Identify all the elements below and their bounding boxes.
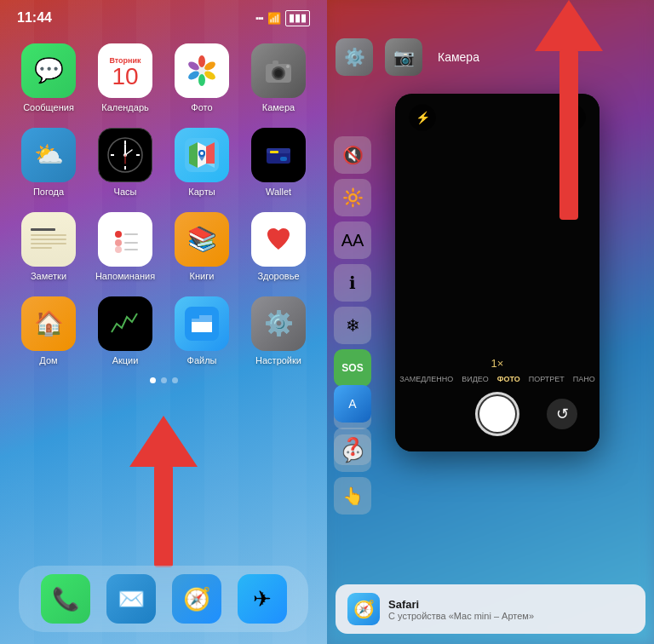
svg-point-12 (286, 65, 290, 68)
svg-point-33 (115, 239, 122, 246)
camera-bottom-controls: 1× ЗАМЕДЛЕННО ВИДЕО ФОТО ПОРТРЕТ ПАНО ↺ (395, 348, 600, 451)
camera-label: Камера (262, 102, 295, 112)
flash-btn[interactable]: ⚡ (409, 104, 436, 131)
dock-mail[interactable]: ✉️ (106, 574, 156, 624)
dock-telegram[interactable]: ✈ (238, 574, 287, 624)
dock-phone[interactable]: 📞 (41, 574, 90, 624)
status-icons: ▪▪▪ 📶 ▮▮▮ (255, 10, 310, 26)
arrow-head-left (129, 416, 198, 467)
app-books[interactable]: 📚 Книги (167, 212, 237, 281)
wallet-icon (251, 128, 306, 182)
app-home[interactable]: 🏠 Дом (14, 296, 83, 365)
svg-rect-38 (108, 307, 142, 341)
appstore-icon: A (334, 385, 371, 423)
right-panel: ⚙️ 📷 Камера 🔇 🔆 AA ℹ ❄ SOS ☀ 💬 👆 ⚡ (327, 0, 654, 644)
files-label: Файлы (187, 355, 217, 365)
app-settings[interactable]: ⚙️ Настройки (244, 296, 313, 365)
mode-photo[interactable]: ФОТО (497, 375, 520, 383)
home-icon: 🏠 (21, 296, 76, 351)
app-reminders[interactable]: Напоминания (90, 212, 160, 281)
maps-label: Карты (188, 187, 215, 197)
app-notes[interactable]: Заметки (14, 212, 83, 281)
mode-portrait[interactable]: ПОРТРЕТ (529, 375, 565, 383)
svg-point-1 (198, 55, 205, 67)
health-icon (251, 212, 306, 267)
reminders-icon (98, 212, 152, 267)
photos-icon (175, 43, 229, 98)
app-health[interactable]: Здоровье (244, 212, 313, 281)
status-time: 11:44 (17, 10, 52, 26)
shutter-inner (479, 396, 515, 432)
svg-point-35 (115, 246, 122, 253)
camera-zoom-label: 1× (404, 357, 591, 370)
app-stocks[interactable]: Акции (90, 296, 160, 365)
svg-rect-11 (272, 60, 278, 65)
shutter-button[interactable] (475, 392, 519, 436)
app-camera[interactable]: Камера (244, 43, 313, 112)
clock-icon (98, 128, 152, 182)
app-calendar[interactable]: Вторник 10 Календарь (90, 43, 160, 112)
health-label: Здоровье (257, 271, 299, 281)
messages-icon: 💬 (21, 43, 76, 98)
dock: 📞 ✉️ 🧭 ✈ (19, 566, 308, 632)
arrow-body-left (154, 465, 173, 567)
arrow-up-left (129, 416, 198, 567)
photos-label: Фото (191, 102, 212, 112)
dock-safari[interactable]: 🧭 (172, 574, 221, 624)
camera-icon (251, 43, 306, 98)
messages-label: Сообщения (23, 102, 74, 112)
books-icon: 📚 (175, 212, 229, 267)
app-weather[interactable]: ⛅ Погода (14, 128, 83, 197)
svg-point-24 (200, 152, 204, 155)
settings-label: Настройки (255, 355, 301, 365)
notif-text: Safari С устройства «Mac mini – Артем» (388, 598, 534, 621)
calendar-number: 10 (112, 65, 138, 89)
stocks-icon (98, 296, 152, 351)
camera-top-icon[interactable]: 📷 (385, 38, 422, 76)
settings-top-icon[interactable]: ⚙️ (336, 38, 373, 76)
mode-pano[interactable]: ПАНО (573, 375, 595, 383)
app-files[interactable]: Файлы (167, 296, 237, 365)
app-grid: 💬 Сообщения Вторник 10 Календарь (0, 30, 327, 365)
status-bar: 11:44 ▪▪▪ 📶 ▮▮▮ (0, 0, 327, 30)
mode-slow[interactable]: ЗАМЕДЛЕННО (399, 375, 453, 383)
notif-subtitle: С устройства «Mac mini – Артем» (388, 611, 534, 621)
arrow-up-right (535, 0, 603, 220)
svg-point-10 (275, 70, 282, 77)
strip-icon-3: AA (334, 221, 371, 259)
flip-camera-button[interactable]: ↺ (547, 399, 577, 429)
left-panel: 11:44 ▪▪▪ 📶 ▮▮▮ 💬 Сообщения Вторник 10 К… (0, 0, 327, 644)
home-label: Дом (39, 355, 57, 365)
info-icon-bottom: ❓ (334, 428, 371, 465)
arrow-body-right (559, 49, 578, 220)
dot-3 (172, 377, 178, 383)
settings-icon: ⚙️ (251, 296, 306, 351)
safari-notification[interactable]: 🧭 Safari С устройства «Mac mini – Артем» (336, 584, 645, 634)
switcher-area: 🔇 🔆 AA ℹ ❄ SOS ☀ 💬 👆 ⚡ ◎ 1× (327, 68, 654, 559)
wifi-icon: 📶 (267, 12, 281, 25)
strip-icon-sos: SOS (334, 349, 371, 387)
app-photos[interactable]: Фото (167, 43, 237, 112)
svg-point-4 (198, 74, 205, 86)
calendar-label: Календарь (101, 102, 149, 112)
app-messages[interactable]: 💬 Сообщения (14, 43, 83, 112)
app-maps[interactable]: Карты (167, 128, 237, 197)
arrow-head-right (535, 0, 603, 51)
calendar-icon: Вторник 10 (98, 43, 152, 98)
app-wallet[interactable]: Wallet (244, 128, 313, 197)
bottom-strip: A ❓ (334, 385, 371, 465)
stocks-label: Акции (112, 355, 139, 365)
strip-icon-2: 🔆 (334, 179, 371, 216)
svg-rect-29 (280, 157, 287, 161)
signal-icon: ▪▪▪ (255, 13, 263, 23)
notes-icon (21, 212, 76, 267)
mode-video[interactable]: ВИДЕО (462, 375, 489, 383)
page-dots (0, 377, 327, 383)
camera-modes: ЗАМЕДЛЕННО ВИДЕО ФОТО ПОРТРЕТ ПАНО (404, 375, 591, 383)
notes-label: Заметки (31, 271, 66, 281)
strip-icon-1: 🔇 (334, 136, 371, 174)
svg-rect-28 (270, 151, 278, 153)
app-clock[interactable]: Часы (90, 128, 160, 197)
top-icon-row: ⚙️ 📷 Камера (336, 38, 479, 76)
weather-icon: ⛅ (21, 128, 76, 182)
